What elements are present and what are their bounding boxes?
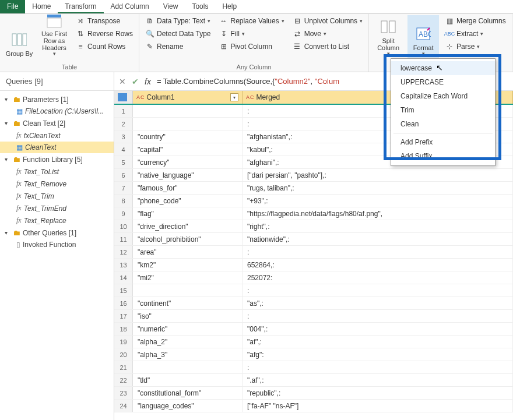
cell-merged[interactable]: "af",: — [243, 336, 513, 348]
menu-transform[interactable]: Transform — [58, 0, 103, 13]
cell-column1[interactable]: "km2" — [133, 259, 243, 271]
count-rows-button[interactable]: ≡Count Rows — [73, 41, 135, 52]
cell-merged[interactable]: "https://flagpedia.net/data/flags/h80/af… — [243, 207, 513, 220]
item-text-trimend[interactable]: fxText_TrimEnd — [0, 202, 114, 214]
cell-merged[interactable]: "right",: — [243, 220, 513, 232]
menu-home[interactable]: Home — [25, 0, 58, 13]
formula-commit-icon[interactable]: ✔ — [132, 77, 139, 86]
table-row[interactable]: 13 "km2"652864,: — [114, 259, 513, 271]
cell-column1[interactable]: "country" — [133, 130, 243, 143]
cell-merged[interactable]: : — [243, 361, 513, 373]
menu-add-suffix[interactable]: Add Suffix — [391, 149, 495, 163]
move-button[interactable]: ⇄Move — [290, 28, 365, 40]
cell-column1[interactable]: "continent" — [133, 297, 243, 309]
table-row[interactable]: 15: — [114, 284, 513, 297]
folder-parameters[interactable]: ▾🖿Parameters [1] — [0, 93, 114, 105]
table-row[interactable]: 12"area": — [114, 246, 513, 259]
table-row[interactable]: 6"native_language"["dari persian", "pash… — [114, 169, 513, 182]
rename-button[interactable]: ✎Rename — [143, 41, 213, 52]
menu-tools[interactable]: Tools — [185, 0, 215, 13]
format-button[interactable]: ABC Format — [407, 15, 439, 58]
column-header-1[interactable]: Column1 ▾ — [133, 91, 243, 104]
menu-lowercase[interactable]: lowercase — [391, 61, 495, 75]
cell-merged[interactable]: ["dari persian", "pashto"],: — [243, 169, 513, 181]
table-row[interactable]: 19 "alpha_2""af",: — [114, 336, 513, 348]
formula-cancel-icon[interactable]: ✕ — [119, 77, 126, 86]
merge-columns-button[interactable]: ▥Merge Columns — [442, 15, 508, 27]
table-row[interactable]: 18 "numeric""004",: — [114, 323, 513, 336]
cell-column1[interactable]: "constitutional_form" — [133, 387, 243, 399]
cell-column1[interactable]: "iso" — [133, 310, 243, 322]
item-filelocation[interactable]: ▦FileLocation (C:\Users\I... — [0, 105, 114, 117]
cell-column1[interactable]: "phone_code" — [133, 195, 243, 207]
menu-add-column[interactable]: Add Column — [104, 0, 156, 13]
table-row[interactable]: 10"drive_direction""right",: — [114, 220, 513, 233]
folder-function-library[interactable]: ▾🖿Function Library [5] — [0, 153, 114, 165]
cell-column1[interactable]: "alcohol_prohibition" — [133, 233, 243, 245]
cell-merged[interactable]: "afg": — [243, 348, 513, 361]
item-text-replace[interactable]: fxText_Replace — [0, 214, 114, 227]
table-row[interactable]: 9"flag""https://flagpedia.net/data/flags… — [114, 207, 513, 220]
cell-column1[interactable]: "alpha_3" — [133, 348, 243, 361]
transpose-button[interactable]: ⤮Transpose — [73, 15, 135, 27]
menu-view[interactable]: View — [156, 0, 185, 13]
convert-to-list-button[interactable]: ☰Convert to List — [290, 41, 365, 52]
menu-capitalize-each-word[interactable]: Capitalize Each Word — [391, 89, 495, 103]
cell-merged[interactable]: "republic",: — [243, 387, 513, 399]
cell-merged[interactable]: "nationwide",: — [243, 233, 513, 245]
item-fxcleantext[interactable]: fxfxCleanText — [0, 129, 114, 142]
item-invoked-function[interactable]: ▯Invoked Function — [0, 239, 114, 250]
data-type-button[interactable]: 🗎Data Type: Text — [143, 15, 213, 27]
item-text-trim[interactable]: fxText_Trim — [0, 190, 114, 202]
use-first-row-button[interactable]: Use First Row as Headers — [38, 15, 70, 58]
pivot-column-button[interactable]: ⊞Pivot Column — [217, 41, 287, 52]
menu-add-prefix[interactable]: Add Prefix — [391, 135, 495, 149]
cell-merged[interactable]: : — [243, 246, 513, 258]
table-row[interactable]: 21: — [114, 361, 513, 374]
cell-merged[interactable]: : — [243, 284, 513, 297]
cell-column1[interactable]: "flag" — [133, 207, 243, 220]
table-row[interactable]: 8"phone_code""+93",: — [114, 195, 513, 207]
table-row[interactable]: 14 "mi2"252072: — [114, 271, 513, 284]
cell-merged[interactable]: 252072: — [243, 271, 513, 284]
menu-trim[interactable]: Trim — [391, 103, 495, 117]
detect-data-type-button[interactable]: 🔍Detect Data Type — [143, 28, 213, 40]
replace-values-button[interactable]: ↔Replace Values — [217, 15, 287, 27]
extract-button[interactable]: ABCExtract — [442, 28, 508, 40]
split-column-button[interactable]: Split Column — [373, 15, 404, 58]
table-row[interactable]: 20 "alpha_3""afg": — [114, 348, 513, 361]
cell-merged[interactable]: ".af",: — [243, 374, 513, 386]
cell-column1[interactable]: "mi2" — [133, 271, 243, 284]
cell-merged[interactable]: "as",: — [243, 297, 513, 309]
cell-merged[interactable]: 652864,: — [243, 259, 513, 271]
cell-merged[interactable]: "+93",: — [243, 195, 513, 207]
menu-help[interactable]: Help — [215, 0, 244, 13]
table-row[interactable]: 11"alcohol_prohibition""nationwide",: — [114, 233, 513, 246]
folder-clean-text[interactable]: ▾🖿Clean Text [2] — [0, 117, 114, 129]
item-text-remove[interactable]: fxText_Remove — [0, 178, 114, 190]
cell-column1[interactable]: "tld" — [133, 374, 243, 386]
menu-file[interactable]: File — [0, 0, 25, 13]
cell-merged[interactable]: "004",: — [243, 323, 513, 335]
cell-merged[interactable]: "rugs, taliban",: — [243, 182, 513, 194]
cell-column1[interactable] — [133, 118, 243, 130]
parse-button[interactable]: ⊹Parse — [442, 41, 508, 52]
item-cleantext[interactable]: ▦CleanText — [0, 142, 114, 153]
cell-column1[interactable]: "language_codes" — [133, 400, 243, 412]
reverse-rows-button[interactable]: ⇅Reverse Rows — [73, 28, 135, 40]
table-row[interactable]: 7"famous_for""rugs, taliban",: — [114, 182, 513, 195]
column-filter-icon[interactable]: ▾ — [230, 93, 238, 101]
select-all-icon[interactable] — [114, 91, 133, 104]
menu-uppercase[interactable]: UPPERCASE — [391, 75, 495, 89]
cell-column1[interactable]: "currency" — [133, 156, 243, 168]
cell-column1[interactable]: "area" — [133, 246, 243, 258]
folder-other-queries[interactable]: ▾🖿Other Queries [1] — [0, 227, 114, 239]
table-row[interactable]: 22"tld"".af",: — [114, 374, 513, 387]
group-by-button[interactable]: Group By — [3, 15, 35, 58]
fill-button[interactable]: ↧Fill — [217, 28, 287, 40]
cell-column1[interactable]: "drive_direction" — [133, 220, 243, 232]
cell-column1[interactable]: "capital" — [133, 143, 243, 156]
table-row[interactable]: 24"language_codes"["fa-AF" "ns-AF"] — [114, 400, 513, 412]
unpivot-button[interactable]: ⊟Unpivot Columns — [290, 15, 365, 27]
cell-column1[interactable]: "numeric" — [133, 323, 243, 335]
